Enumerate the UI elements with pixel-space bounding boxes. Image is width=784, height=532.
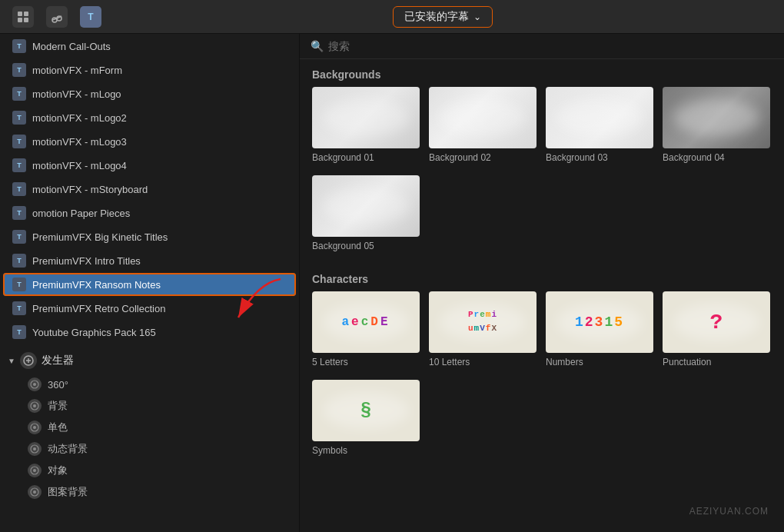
item-text-icon: T [12, 111, 26, 125]
sidebar-item-mform[interactable]: T motionVFX - mForm [3, 58, 296, 81]
sidebar-item-label: motionVFX - mLogo3 [32, 136, 127, 148]
sidebar-item-mlogo[interactable]: T motionVFX - mLogo [3, 82, 296, 105]
bg02-label: Background 02 [429, 152, 491, 163]
sidebar-item-premiumvfx-intro[interactable]: T PremiumVFX Intro Titles [3, 249, 296, 272]
sidebar-list: T Modern Call-Outs T motionVFX - mForm T… [0, 35, 299, 344]
main-layout: T Modern Call-Outs T motionVFX - mForm T… [0, 34, 784, 532]
sidebar-item-label: motionVFX - mLogo4 [32, 160, 127, 171]
bg05-item[interactable]: Background 05 [312, 175, 420, 251]
grid-icon[interactable] [12, 6, 34, 28]
generator-children: 360° 背景 单色 [0, 374, 299, 503]
sidebar-item-omotion-paper[interactable]: T omotion Paper Pieces [3, 201, 296, 224]
numbers-thumbnail: 12315 [546, 291, 653, 353]
toolbar-center: 已安装的字幕 ⌄ [114, 6, 772, 28]
item-text-icon: T [12, 301, 26, 315]
generator-child-single-color[interactable]: 单色 [0, 417, 299, 438]
generator-header[interactable]: ▼ 发生器 [0, 347, 299, 374]
text-icon[interactable]: T [80, 6, 101, 28]
gen-circle-icon [28, 421, 42, 434]
item-text-icon: T [12, 87, 26, 101]
generator-child-object[interactable]: 对象 [0, 460, 299, 481]
bg05-label: Background 05 [312, 241, 374, 251]
svg-rect-0 [18, 12, 22, 16]
symbols-grid: § Symbols [300, 380, 784, 468]
item-text-icon: T [12, 278, 26, 291]
bg04-label: Background 04 [663, 152, 725, 163]
10letters-label: 10 Letters [429, 357, 470, 367]
bg03-thumbnail [546, 87, 653, 148]
installed-captions-dropdown[interactable]: 已安装的字幕 ⌄ [393, 6, 493, 28]
gen-child-label: 动态背景 [48, 442, 88, 456]
gen-circle-icon [28, 399, 42, 413]
gen-child-label: 图案背景 [48, 485, 88, 499]
sidebar-item-mstoryboard[interactable]: T motionVFX - mStoryboard [3, 178, 296, 201]
generator-section: ▼ 发生器 360° [0, 344, 299, 506]
triangle-icon: ▼ [8, 357, 15, 365]
symbols-label: Symbols [312, 445, 347, 456]
bg01-label: Background 01 [312, 152, 374, 163]
10letters-item[interactable]: Premi umVfX 10 Letters [429, 291, 537, 367]
generator-child-360[interactable]: 360° [0, 374, 299, 395]
5letters-thumbnail: aecDE [312, 291, 420, 353]
bg01-thumbnail [312, 87, 420, 148]
characters-section-title: Characters [300, 264, 784, 291]
sidebar-item-label: PremiumVFX Retro Collection [32, 303, 165, 314]
generator-child-pattern-bg[interactable]: 图案背景 [0, 481, 299, 503]
bg05-thumbnail [312, 175, 420, 237]
5letters-label: 5 Letters [312, 357, 348, 367]
bg04-item[interactable]: Background 04 [663, 87, 770, 163]
svg-point-14 [33, 404, 36, 407]
symbols-thumbnail: § [312, 380, 420, 441]
item-text-icon: T [12, 135, 26, 148]
item-text-icon: T [12, 63, 26, 77]
toolbar-icons: T [12, 6, 101, 28]
sidebar-item-label: motionVFX - mForm [32, 65, 122, 76]
item-text-icon: T [12, 39, 26, 53]
bg02-item[interactable]: Background 02 [429, 87, 537, 163]
backgrounds-grid-row2: Background 05 [300, 175, 784, 264]
sidebar-item-mlogo2[interactable]: T motionVFX - mLogo2 [3, 106, 296, 129]
item-text-icon: T [12, 325, 26, 339]
search-icon: 🔍 [311, 40, 324, 52]
toolbar: T 已安装的字幕 ⌄ [0, 0, 784, 34]
sidebar-item-mlogo4[interactable]: T motionVFX - mLogo4 [3, 154, 296, 177]
generator-label: 发生器 [42, 354, 74, 367]
5letters-item[interactable]: aecDE 5 Letters [312, 291, 420, 367]
symbols-text: § [360, 401, 371, 421]
bg03-item[interactable]: Background 03 [546, 87, 653, 163]
punctuation-text: ? [710, 311, 723, 334]
svg-point-18 [33, 447, 36, 451]
numbers-text: 12315 [575, 314, 624, 330]
sidebar-item-label: PremiumVFX Ransom Notes [32, 279, 161, 291]
gen-child-label: 对象 [48, 464, 68, 477]
dropdown-arrow-icon: ⌄ [473, 12, 481, 22]
sidebar-item-label: motionVFX - mLogo2 [32, 112, 127, 124]
sidebar: T Modern Call-Outs T motionVFX - mForm T… [0, 34, 300, 532]
sidebar-item-label: motionVFX - mLogo [32, 88, 121, 100]
punctuation-label: Punctuation [663, 357, 711, 367]
numbers-item[interactable]: 12315 Numbers [546, 291, 653, 367]
sidebar-item-premiumvfx-ransom[interactable]: T PremiumVFX Ransom Notes [3, 273, 296, 296]
sidebar-item-modern-call-outs[interactable]: T Modern Call-Outs [3, 35, 296, 58]
symbols-item[interactable]: § Symbols [312, 380, 420, 456]
bg04-thumbnail [663, 87, 770, 148]
generator-child-background[interactable]: 背景 [0, 395, 299, 417]
sidebar-item-label: PremiumVFX Big Kinetic Titles [32, 231, 168, 243]
item-text-icon: T [12, 206, 26, 220]
bg02-thumbnail [429, 87, 537, 148]
gen-circle-icon [28, 485, 42, 499]
sidebar-item-label: PremiumVFX Intro Titles [32, 255, 141, 267]
music-icon[interactable] [46, 6, 68, 28]
sidebar-item-label: Youtube Graphics Pack 165 [32, 327, 156, 338]
generator-child-dynamic-bg[interactable]: 动态背景 [0, 438, 299, 460]
sidebar-item-mlogo3[interactable]: T motionVFX - mLogo3 [3, 130, 296, 153]
generator-icon [20, 352, 37, 369]
bg01-item[interactable]: Background 01 [312, 87, 420, 163]
item-text-icon: T [12, 230, 26, 244]
search-input[interactable] [328, 40, 773, 52]
sidebar-item-youtube-pack[interactable]: T Youtube Graphics Pack 165 [3, 321, 296, 344]
sidebar-item-premiumvfx-retro[interactable]: T PremiumVFX Retro Collection [3, 297, 296, 320]
sidebar-item-premiumvfx-big[interactable]: T PremiumVFX Big Kinetic Titles [3, 225, 296, 248]
svg-rect-2 [18, 18, 22, 22]
punctuation-item[interactable]: ? Punctuation [663, 291, 770, 367]
